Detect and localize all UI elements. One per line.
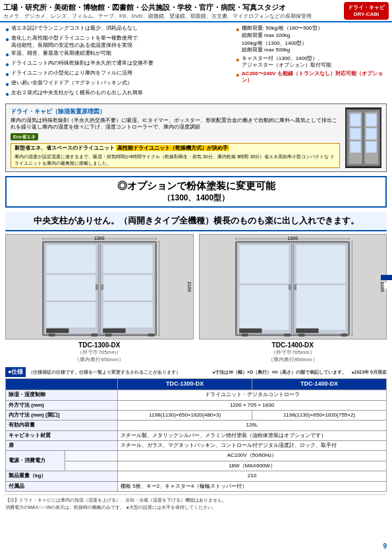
features-right-item-3: ● キャスター付（1300、1400型）、アジャスター（オプション）取付可能 <box>236 55 387 69</box>
svg-rect-22 <box>91 334 98 336</box>
svg-rect-21 <box>48 334 55 336</box>
eco-box: ドライ・キャビ（除湿装置原理図） 庫内の湿気は特殊乾燥剤（半永久的交換不要）に吸… <box>5 103 387 172</box>
svg-rect-14 <box>46 275 96 301</box>
spec-section-title: ●仕様 （仕様保証の仕様です。仕様を一覧より変更するされることがあります） ●寸… <box>5 367 387 377</box>
product-subname2-text-1400: （庫内奥行850mm） <box>268 357 318 363</box>
product-name-1300: TDC-1300-DX <box>5 341 194 349</box>
spec-val-inner-1400: 1198(1130)×650×1620(755×2) <box>252 410 387 420</box>
dim-side-1400: 2100 <box>380 282 385 293</box>
spec-sublabel-power-type <box>65 451 118 461</box>
svg-rect-46 <box>239 328 262 333</box>
svg-rect-15 <box>46 302 96 328</box>
feature-text-1: 省エネ設計でランニングコストは最少、消耗品もなし <box>11 25 232 32</box>
spec-val-capacity: 126L <box>118 421 387 430</box>
spec-val-accessories: 棚板 5枚、キー2、キャスター4（輪輪ストッパー付） <box>118 481 387 491</box>
product-image-tdc1400: 1300 2100 <box>199 234 387 339</box>
product-subname-1400: （外寸巾705mm） （庫内奥行850mm） <box>199 349 387 363</box>
features-right: ● 棚耐荷重: 50kg/枚（160〜500型）総耐荷重 max 100kg 1… <box>236 25 387 100</box>
option-title: ◎オプションで粉体塗装に変更可能 <box>12 180 380 192</box>
option-section: ◎オプションで粉体塗装に変更可能 （1300、1400型） <box>5 176 387 208</box>
bullet-orange-3: ● <box>236 71 240 79</box>
spec-row-inner: 内方寸法 (mm) [開口] 1198(1130)×650×1620(480×3… <box>6 410 387 420</box>
svg-rect-45 <box>341 334 347 336</box>
logo-box: ドライ・キャビ DRY-CABI <box>344 2 389 20</box>
products-section: 1300 2100 <box>5 234 387 363</box>
spec-title-icon: ●仕様 <box>5 367 26 377</box>
svg-rect-41 <box>294 284 296 290</box>
feature-item-3: ● 常温、雑音、量蒸蒸で長期連続運転が可能 <box>5 50 232 59</box>
option-subtitle: （1300、1400型） <box>12 192 380 204</box>
main-content: ● 省エネ設計でランニングコストは最少、消耗品もなし ● 進化した高性能小型ドラ… <box>0 22 392 513</box>
features-right-item-2: 100kg/枚（1300、1400型）総耐荷重 max 500kg <box>236 40 387 54</box>
features-section: ● 省エネ設計でランニングコストは最少、消耗品もなし ● 進化した高性能小型ドラ… <box>5 25 387 100</box>
feature-item-4: ● ドライユニット内の特殊乾燥剤は半永久的で通常は交換不要 <box>5 60 232 69</box>
features-left: ● 省エネ設計でランニングコストは最少、消耗品もなし ● 進化した高性能小型ドラ… <box>5 25 232 100</box>
feature-text-6: 使い易い全面ワイドドア（マグネットパッキン式） <box>11 80 232 86</box>
svg-rect-24 <box>148 334 154 336</box>
spec-label-material: キャビネット材質 <box>6 430 118 440</box>
spec-row-capacity: 有効内容量 126L <box>6 421 387 430</box>
main-heading-text: 中央支柱がありせん。（両開きタイプ全機種）横長のものも楽に出し入れできます。 <box>34 216 359 225</box>
bullet-icon-5: ● <box>5 70 9 78</box>
eco-diagram-svg <box>345 108 381 167</box>
bullet-icon-6: ● <box>5 80 9 88</box>
eco-body: 庫内の湿気は特殊乾燥剤（半永久的交換不要）に吸湿。ICタイマー、ボッスター、形状… <box>11 117 340 131</box>
spec-sublabel-power-val <box>65 461 118 471</box>
eco-box-text: ドライ・キャビ（除湿装置原理図） 庫内の湿気は特殊乾燥剤（半永久的交換不要）に吸… <box>11 107 340 168</box>
svg-rect-44 <box>298 334 305 336</box>
logo-line2: DRY-CABI <box>348 11 385 18</box>
feature-text-3: 常温、雑音、量蒸蒸で長期連続運転が可能 <box>11 50 232 57</box>
dim-top-1300: 1300 <box>94 236 105 241</box>
spec-label-capacity: 有効内容量 <box>6 421 118 430</box>
eco-badge: Eco省エネ <box>11 133 38 141</box>
spec-row-accessories: 付属品 棚板 5枚、キー2、キャスター4（輪輪ストッパー付） <box>6 481 387 491</box>
spec-row-outer: 外方寸法 (mm) 1200 × 705 × 1830 <box>6 400 387 410</box>
spec-size-note: ●寸法はW（幅）×D（奥行）×H（高さ）の順で表記しています。 ●2023年 9… <box>212 369 387 376</box>
features-right-item-4: ● AC200〜240V も能線（トランスなし）対応可能（オプション） <box>236 71 387 84</box>
eco-image <box>345 107 381 168</box>
header-title: 工場・研究所・美術館・博物館・図書館・公共施設・学校・官庁・病院・写真スタジオ <box>3 3 312 13</box>
product-name-1400: TDC-1400-DX <box>199 341 387 349</box>
feature-text-7: 左右２扉式は中央支柱がなく横長のものも出し入れ簡単 <box>11 90 232 96</box>
bullet-icon-3: ● <box>5 50 9 59</box>
product-subname2-text-1300: （庫内奥行650mm） <box>74 357 124 363</box>
feature-item-1: ● 省エネ設計でランニングコストは最少、消耗品もなし <box>5 25 232 34</box>
eco-badge-wrap: Eco省エネ <box>11 133 340 142</box>
svg-rect-18 <box>103 302 153 328</box>
features-right-item-1: ● 棚耐荷重: 50kg/枚（160〜500型）総耐荷重 max 100kg <box>236 25 387 39</box>
spec-row-dehumid: 除湿・湿度制御 ドライユニット・デジタルコントローラ <box>6 390 387 400</box>
features-right-text-2: 100kg/枚（1300、1400型）総耐荷重 max 500kg <box>242 40 308 54</box>
feature-text-2: 進化した高性能小型ドライユニットを単〜複数使用で高信頼性、長期間の安定性のある低… <box>11 35 232 49</box>
feature-item-2: ● 進化した高性能小型ドライユニットを単〜複数使用で高信頼性、長期間の安定性のあ… <box>5 35 232 49</box>
feature-item-5: ● ドライユニットの小型化により庫内をフィルに活用 <box>5 70 232 78</box>
bullet-orange-1: ● <box>236 25 240 34</box>
page-number: 9 <box>383 542 387 550</box>
spec-label-inner: 内方寸法 (mm) [開口] <box>6 410 118 420</box>
spec-val-inner-1300: 1198(1130)×650×1620(480×3) <box>118 410 252 420</box>
new-unit-text: 新型省エネ、省スペースのドライユニット <box>14 145 115 151</box>
product-subname-1300: （外寸巾705mm） （庫内奥行650mm） <box>5 349 194 363</box>
spec-label-power: 電源・消費電力 <box>6 451 65 471</box>
cabinet-svg-1400 <box>223 236 362 338</box>
svg-rect-9 <box>366 141 377 153</box>
svg-rect-36 <box>239 245 289 284</box>
svg-rect-38 <box>296 245 346 284</box>
svg-rect-5 <box>350 128 361 140</box>
spec-header-row: TDC-1300-DX TDC-1400-DX <box>6 379 387 390</box>
product-item-tdc1300: 1300 2100 <box>5 234 194 363</box>
svg-rect-37 <box>239 285 289 330</box>
bullet-icon-1: ● <box>5 25 9 34</box>
eco-title: ドライ・キャビ（除湿装置原理図） <box>11 107 340 116</box>
side-label: 中湿度 <box>381 275 392 280</box>
spec-th-1300: TDC-1300-DX <box>118 379 252 390</box>
product-subname-text-1400: （外寸巾705mm） <box>271 349 315 355</box>
svg-rect-40 <box>289 284 291 290</box>
svg-rect-4 <box>350 113 361 127</box>
spec-row-power: 電源・消費電力 AC100V（50/60Hz） <box>6 451 387 461</box>
spec-val-power: 18W（MAX600W） <box>118 461 387 471</box>
new-unit-sub: 庫内の湿度が設定湿度に達するまで、吸湿・排気時間が4時間サイクル（乾燥剤再生・排… <box>14 154 336 167</box>
svg-rect-16 <box>103 245 153 274</box>
spec-row-weight: 製品重量（kg） 210 <box>6 471 387 481</box>
spec-th-empty <box>6 379 118 390</box>
svg-rect-17 <box>103 275 153 301</box>
